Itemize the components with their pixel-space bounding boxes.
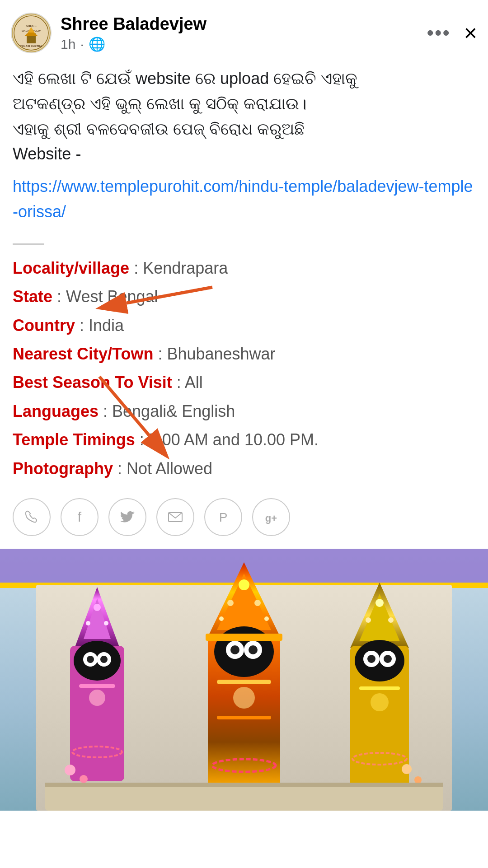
temple-idol-illustration [0,549,488,811]
svg-point-66 [65,765,75,775]
svg-text:f: f [78,509,82,524]
svg-point-22 [94,604,101,611]
close-button[interactable]: × [464,22,477,44]
post-meta: 1h · 🌐 [61,36,427,52]
languages-value: : Bengali& English [103,402,235,420]
header-info: Shree Baladevjew 1h · 🌐 [61,14,427,52]
svg-rect-70 [45,784,443,811]
locality-value: : Kendrapara [134,259,228,277]
country-label: Country [13,316,75,335]
svg-text:SHREE: SHREE [26,24,37,28]
svg-point-37 [227,600,234,606]
svg-point-68 [402,764,412,774]
svg-point-38 [254,600,261,606]
svg-point-55 [366,617,371,623]
locality-row: Locality/village : Kendrapara [13,255,475,281]
photography-value: : Not Allowed [117,459,212,478]
website-link[interactable]: https://www.templepurohit.com/hindu-temp… [13,177,473,221]
svg-text:TULASI KHETRA: TULASI KHETRA [20,45,42,47]
svg-point-69 [414,776,422,784]
pinterest-icon-button[interactable]: P [204,498,242,536]
locality-label: Locality/village [13,259,129,277]
best-season-label: Best Season To Visit [13,373,172,392]
svg-text:P: P [219,510,228,524]
temple-timings-row: Temple Timings : 5.00 AM and 10.00 PM. [13,426,475,453]
svg-point-45 [230,645,239,654]
svg-point-64 [371,693,389,711]
svg-point-40 [264,616,269,621]
twitter-icon-button[interactable] [108,498,146,536]
phone-icon-button[interactable] [13,498,51,536]
nearest-city-row: Nearest City/Town : Bhubaneshwar [13,341,475,367]
svg-text:g+: g+ [265,513,277,524]
facebook-icon-button[interactable]: f [61,498,99,536]
svg-rect-71 [45,783,443,787]
photography-row: Photography : Not Allowed [13,455,475,482]
page-name[interactable]: Shree Baladevjew [61,14,427,35]
svg-point-36 [239,579,249,590]
svg-point-62 [384,655,392,663]
social-icons-row: f P g+ [0,484,488,549]
photography-label: Photography [13,459,113,478]
svg-point-29 [87,656,94,663]
temple-image [0,549,488,811]
state-label: State [13,287,52,306]
svg-point-39 [219,616,224,621]
languages-row: Languages : Bengali& English [13,398,475,425]
post-odia-text: ଏହି ଲେଖା ଟି ଯେଉଁ website ରେ upload ହେଇଚି… [13,66,475,167]
svg-point-32 [89,690,105,706]
svg-rect-31 [79,684,115,688]
globe-icon: 🌐 [89,36,105,52]
nearest-city-value: : Bhubaneshwar [158,345,275,363]
section-divider [13,243,44,245]
svg-rect-47 [206,634,282,641]
svg-rect-50 [217,716,271,719]
time-dot: · [80,37,84,52]
more-options-button[interactable]: ••• [427,23,450,43]
temple-timings-value: : 5.00 AM and 10.00 PM. [140,430,319,449]
svg-point-61 [367,655,375,663]
svg-point-24 [104,621,108,625]
temple-timings-label: Temple Timings [13,430,135,449]
best-season-row: Best Season To Visit : All [13,369,475,396]
post-header: SHREE BALADEVJEW TULASI KHETRA Shree Bal… [0,0,488,61]
svg-rect-63 [359,686,400,690]
languages-label: Languages [13,402,99,420]
post-time: 1h [61,37,75,52]
google-plus-icon-button[interactable]: g+ [252,498,290,536]
country-row: Country : India [13,312,475,339]
svg-point-46 [249,645,258,654]
svg-point-30 [100,656,108,663]
svg-point-23 [86,621,90,625]
svg-rect-48 [217,680,271,684]
nearest-city-label: Nearest City/Town [13,345,153,363]
svg-point-49 [233,687,255,709]
avatar[interactable]: SHREE BALADEVJEW TULASI KHETRA [11,13,52,53]
svg-point-54 [375,599,384,607]
post-body: ଏହି ଲେଖା ଟି ଯେଉଁ website ରେ upload ହେଇଚି… [0,61,488,233]
info-section: Locality/village : Kendrapara State : We… [0,255,488,482]
svg-point-58 [355,640,404,681]
svg-point-56 [388,617,394,623]
country-value: : India [80,316,124,335]
state-row: State : West Bengal [13,283,475,310]
best-season-value: : All [177,373,203,392]
state-value: : West Bengal [57,287,158,306]
svg-point-67 [80,775,88,783]
email-icon-button[interactable] [156,498,194,536]
header-actions: ••• × [427,22,477,44]
